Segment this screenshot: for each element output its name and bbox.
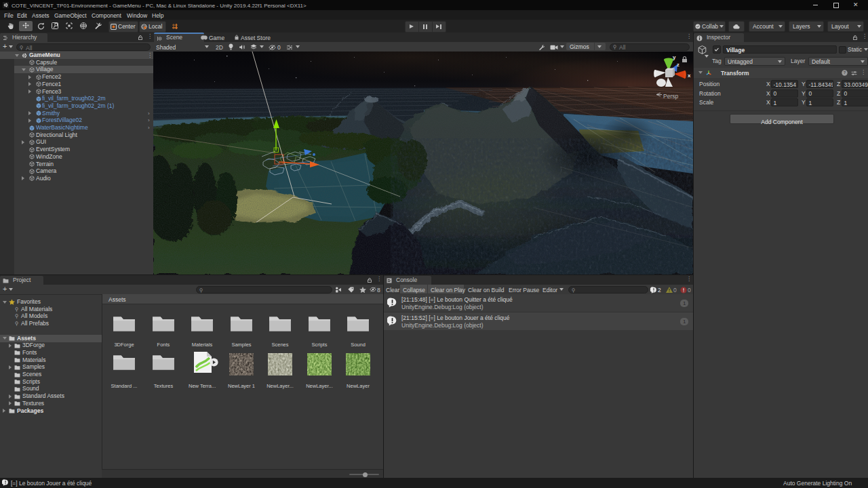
svg-text:z: z (677, 62, 679, 68)
svg-text:Persp: Persp (663, 93, 678, 100)
svg-text:x: x (688, 73, 691, 79)
svg-text:?: ? (844, 70, 846, 75)
svg-text:y: y (673, 54, 676, 60)
